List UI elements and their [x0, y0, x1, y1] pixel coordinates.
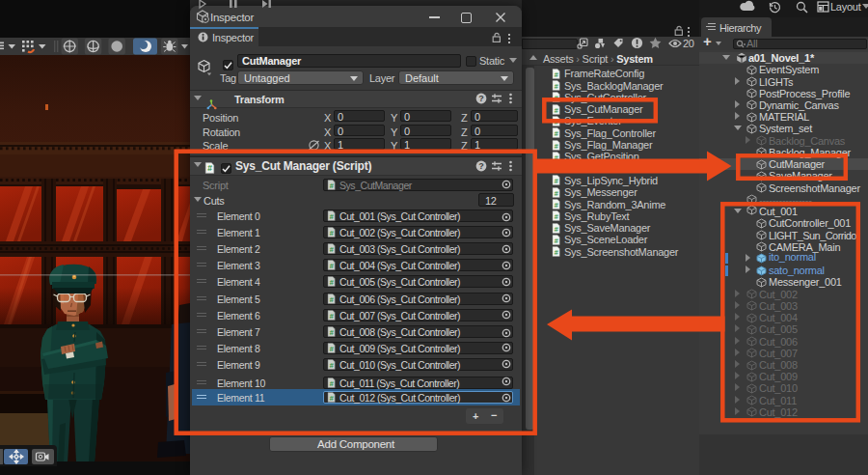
svg-text:#: # [329, 279, 334, 287]
svg-text:#: # [554, 249, 558, 257]
svg-text:#: # [329, 246, 334, 254]
svg-text:#: # [329, 345, 334, 352]
svg-text:#: # [329, 328, 334, 336]
svg-text:#: # [554, 178, 558, 185]
svg-text:#: # [329, 263, 334, 270]
svg-text:#: # [329, 230, 334, 238]
svg-text:#: # [329, 295, 334, 303]
svg-text:#: # [554, 154, 558, 161]
svg-text:#: # [329, 361, 334, 369]
svg-text:#: # [554, 106, 558, 114]
svg-text:#: # [329, 312, 334, 320]
svg-text:#: # [329, 380, 334, 388]
svg-text:#: # [554, 189, 558, 197]
svg-text:#: # [554, 142, 558, 150]
svg-text:#: # [554, 70, 558, 78]
svg-text:#: # [554, 213, 558, 221]
svg-text:#: # [554, 83, 558, 91]
svg-text:?: ? [478, 94, 484, 103]
svg-text:#: # [554, 237, 558, 244]
svg-text:#: # [207, 164, 212, 174]
svg-text:#: # [554, 118, 558, 126]
svg-text:#: # [554, 130, 558, 138]
svg-text:#: # [554, 225, 558, 233]
svg-text:#: # [329, 182, 334, 190]
svg-text:#: # [329, 395, 334, 403]
svg-text:?: ? [478, 161, 484, 171]
svg-text:#: # [329, 213, 334, 221]
svg-text:#: # [554, 95, 558, 102]
svg-text:#: # [554, 202, 558, 210]
